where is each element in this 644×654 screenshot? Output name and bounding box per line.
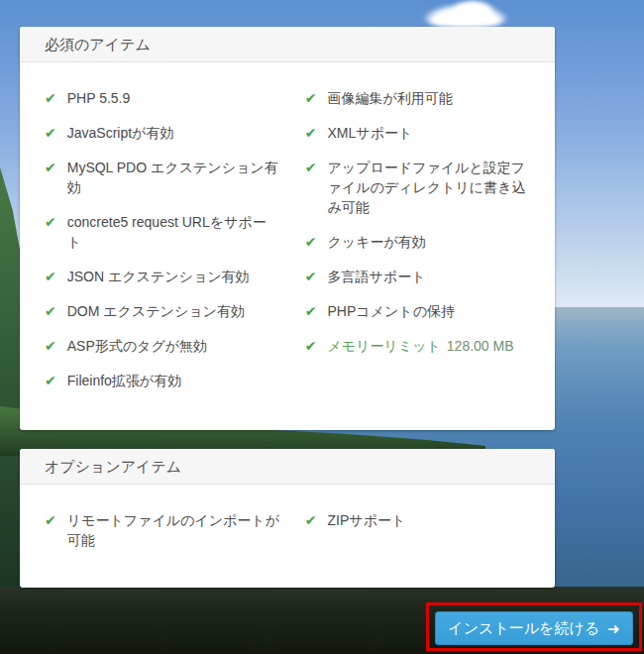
optional-items-panel: オプションアイテム ✔ リモートファイルのインポートが可能 ✔ ZIPサポート xyxy=(20,449,555,588)
optional-item-zip: ✔ ZIPサポート xyxy=(305,510,535,530)
requirement-item-javascript: ✔ JavaScriptが有効 xyxy=(45,123,284,143)
check-icon: ✔ xyxy=(45,510,56,530)
check-icon: ✔ xyxy=(305,267,317,286)
arrow-right-icon: ➜ xyxy=(607,621,620,636)
memory-limit-label: メモリーリミット xyxy=(328,338,441,354)
check-icon: ✔ xyxy=(45,88,56,108)
continue-install-label: インストールを続ける xyxy=(448,619,599,638)
requirement-item-xml: ✔ XMLサポート xyxy=(305,123,535,143)
memory-limit-value: 128.00 MB xyxy=(447,338,514,354)
optional-items-left-column: ✔ リモートファイルのインポートが可能 xyxy=(45,510,284,565)
requirement-item-request-url: ✔ concrete5 request URLをサポート xyxy=(45,212,284,252)
check-icon: ✔ xyxy=(45,267,56,286)
check-icon: ✔ xyxy=(45,336,56,356)
requirement-item-fileinfo: ✔ Fileinfo拡張が有効 xyxy=(45,371,284,390)
check-icon: ✔ xyxy=(305,301,317,321)
required-items-right-column: ✔ 画像編集が利用可能 ✔ XMLサポート ✔ アップロードファイルと設定ファイ… xyxy=(305,88,535,405)
check-icon: ✔ xyxy=(45,371,56,390)
requirement-item-mysql-pdo: ✔ MySQL PDO エクステンション有効 xyxy=(45,158,284,197)
check-icon: ✔ xyxy=(305,510,317,530)
check-icon: ✔ xyxy=(45,158,56,177)
optional-items-header: オプションアイテム xyxy=(20,449,555,485)
requirement-item-json: ✔ JSON エクステンション有効 xyxy=(45,267,284,286)
optional-items-right-column: ✔ ZIPサポート xyxy=(305,510,535,565)
continue-install-button[interactable]: インストールを続ける ➜ xyxy=(435,611,633,645)
required-items-header: 必須のアイテム xyxy=(20,27,555,62)
optional-item-remote-import: ✔ リモートファイルのインポートが可能 xyxy=(45,510,284,550)
requirement-item-writable-dirs: ✔ アップロードファイルと設定ファイルのディレクトリに書き込み可能 xyxy=(305,158,535,217)
requirement-item-php: ✔ PHP 5.5.9 xyxy=(45,88,284,108)
check-icon: ✔ xyxy=(45,212,56,232)
requirement-item-dom: ✔ DOM エクステンション有効 xyxy=(45,301,284,321)
optional-items-body: ✔ リモートファイルのインポートが可能 ✔ ZIPサポート xyxy=(20,485,555,565)
check-icon: ✔ xyxy=(305,232,317,252)
required-items-panel: 必須のアイテム ✔ PHP 5.5.9 ✔ JavaScriptが有効 ✔ My… xyxy=(20,27,555,430)
requirement-item-cookies: ✔ クッキーが有効 xyxy=(305,232,535,252)
requirement-item-multilingual: ✔ 多言語サポート xyxy=(305,267,535,286)
requirement-item-memory-limit: ✔ メモリーリミット128.00 MB xyxy=(305,336,535,356)
install-requirements-page: 必須のアイテム ✔ PHP 5.5.9 ✔ JavaScriptが有効 ✔ My… xyxy=(0,0,644,654)
check-icon: ✔ xyxy=(45,123,56,143)
requirement-item-image-editing: ✔ 画像編集が利用可能 xyxy=(305,88,535,108)
cloud xyxy=(451,0,494,18)
check-icon: ✔ xyxy=(305,123,317,143)
requirement-item-asp-tags: ✔ ASP形式のタグが無効 xyxy=(45,336,284,356)
check-icon: ✔ xyxy=(45,301,56,321)
check-icon: ✔ xyxy=(305,158,317,177)
check-icon: ✔ xyxy=(305,336,317,356)
check-icon: ✔ xyxy=(305,88,317,108)
requirement-item-php-comments: ✔ PHPコメントの保持 xyxy=(305,301,535,321)
required-items-body: ✔ PHP 5.5.9 ✔ JavaScriptが有効 ✔ MySQL PDO … xyxy=(20,62,555,405)
required-items-left-column: ✔ PHP 5.5.9 ✔ JavaScriptが有効 ✔ MySQL PDO … xyxy=(45,88,284,405)
